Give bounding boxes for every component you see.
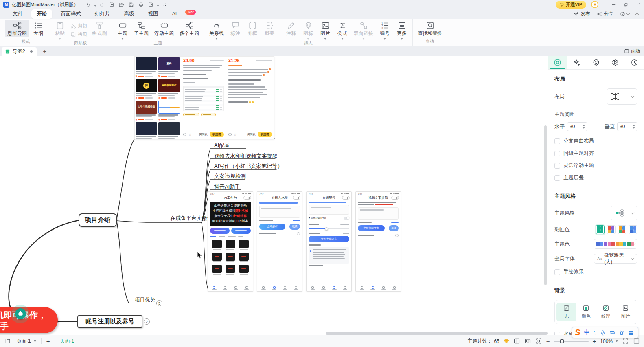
avatar[interactable]: E <box>591 1 598 8</box>
background-option-颜色[interactable]: 颜色 <box>576 303 596 321</box>
background-option-纹理[interactable]: 纹理 <box>596 303 616 321</box>
page-selector[interactable]: 页面-1 <box>17 338 36 345</box>
menu-tab-幻灯片[interactable]: 幻灯片 <box>90 9 116 19</box>
quickaction-redo-icon[interactable] <box>98 1 106 8</box>
share-button[interactable]: 分享 <box>597 11 613 18</box>
ribbon-button-注释[interactable]: 注释 <box>283 20 299 37</box>
subtopic-4[interactable]: 文案违规检测 <box>214 173 246 180</box>
ribbon-button-多个主题[interactable]: 多个主题 <box>177 20 202 37</box>
publish-button[interactable]: 发布 <box>574 11 590 18</box>
checkbox-主题层叠[interactable] <box>554 175 560 181</box>
expand-canvas-icon[interactable] <box>535 338 542 345</box>
ribbon-button-拷贝[interactable]: 拷贝 <box>69 31 89 38</box>
subtopic-1[interactable]: AI配音 <box>214 142 230 149</box>
vip-button[interactable]: 开通VIP <box>556 1 586 9</box>
rainbow-swatch-1[interactable] <box>596 225 605 234</box>
menu-tab-页面样式[interactable]: 页面样式 <box>55 9 86 19</box>
quickaction-undo-icon[interactable] <box>84 1 92 8</box>
global-font-dropdown[interactable]: Aa 微软雅黑 (大) <box>594 254 637 264</box>
phone-screen-3[interactable]: 7:47在线配音—♥ 高级功能(Pro)立即生成语音 <box>306 191 352 292</box>
checkbox-灵活浮动主题[interactable] <box>554 163 560 169</box>
new-tab-button[interactable]: + <box>41 48 49 55</box>
presentation-icon[interactable] <box>5 338 12 345</box>
subtopic-3[interactable]: AI写作（小红书文案笔记等） <box>214 163 283 170</box>
horizontal-scrollbar[interactable] <box>326 332 548 335</box>
ribbon-button-思维导图[interactable]: 思维导图 <box>5 20 29 37</box>
quickaction-print-icon[interactable] <box>137 1 145 8</box>
background-option-图片[interactable]: 图片 <box>616 303 636 321</box>
ai-assistant-button[interactable] <box>15 308 26 319</box>
ribbon-button-公式[interactable]: 公式 <box>334 20 350 40</box>
advantage-collapse-badge[interactable]: 5 <box>156 300 162 306</box>
quickaction-export-icon[interactable] <box>147 1 155 8</box>
checkbox-同级主题对齐[interactable] <box>554 151 560 156</box>
pages-view-icon[interactable] <box>513 338 520 345</box>
menu-tab-高级[interactable]: 高级 <box>119 9 140 19</box>
quickaction-new-doc-icon[interactable] <box>108 1 116 8</box>
add-page-button[interactable]: + <box>46 338 50 345</box>
ribbon-button-更多[interactable]: 更多 <box>394 20 410 40</box>
background-option-无[interactable]: 无 <box>556 303 576 321</box>
v-spacing-stepper[interactable]: 30 <box>617 122 637 131</box>
ribbon-button-主题[interactable]: 主题 <box>114 20 131 40</box>
vertical-scrollbar[interactable] <box>544 125 547 285</box>
zoom-slider[interactable] <box>554 341 589 342</box>
rainbow-swatch-4[interactable] <box>629 225 637 234</box>
menu-tab-视图[interactable]: 视图 <box>143 9 164 19</box>
checkbox-分支自由布局[interactable] <box>554 138 560 144</box>
zoom-level[interactable]: 100% <box>600 338 618 344</box>
ribbon-button-剪切[interactable]: 剪切 <box>69 22 89 29</box>
ribbon-button-标注[interactable]: 标注 <box>227 20 243 37</box>
watermark-checkbox[interactable] <box>554 332 560 335</box>
fullscreen-icon[interactable] <box>622 338 629 345</box>
panel-tab-sticker[interactable] <box>586 56 605 69</box>
panel-tab-theme[interactable] <box>606 56 625 69</box>
menu-tab-开始[interactable]: 开始 <box>31 9 52 19</box>
zoom-slider-knob[interactable] <box>560 339 564 343</box>
intro-node[interactable]: 项目介绍 <box>79 213 117 227</box>
ribbon-button-概要[interactable]: 概要 <box>261 20 278 37</box>
ribbon-button-关系线[interactable]: 关系线 <box>207 20 226 40</box>
panel-tab-history[interactable] <box>625 56 644 69</box>
menu-tab-文件[interactable]: 文件 <box>7 9 28 19</box>
rainbow-swatch-3[interactable] <box>618 225 626 234</box>
subtopic-2[interactable]: 视频去水印和视频文案提取 <box>214 152 278 160</box>
sogou-logo-icon[interactable]: S <box>575 327 580 337</box>
maximize-button[interactable] <box>620 0 632 9</box>
account-node[interactable]: 账号注册以及养号 <box>77 315 142 328</box>
panel-tab-ai[interactable] <box>567 56 586 69</box>
collapse-ribbon-button[interactable] <box>636 12 638 16</box>
phone-screen-1[interactable]: 7:47AI工作台—由于近期相关规定变动小程序版本或将随时失效点击关于我们扫码进… <box>208 191 253 292</box>
ribbon-button-子主题[interactable]: 子主题 <box>131 20 151 37</box>
ribbon-button-浮动主题[interactable]: 浮动主题 <box>152 20 176 37</box>
phone-screen-4[interactable]: 7:47视频文案提取—立即提取文案视频 <box>355 191 401 292</box>
ribbon-button-图标[interactable]: 图标 <box>300 20 316 40</box>
ribbon-button-双向链接[interactable]: 双向链接 <box>351 20 376 40</box>
layout-dropdown[interactable] <box>607 88 637 105</box>
subtopic-5[interactable]: 抖音AI助手 <box>214 183 240 191</box>
mic-icon[interactable] <box>600 330 606 336</box>
ribbon-button-查找和替换[interactable]: 查找和替换 <box>415 20 445 37</box>
ime-punct-button[interactable]: ’, <box>594 329 596 336</box>
toolbox-icon[interactable] <box>628 330 634 336</box>
advantage-topic[interactable]: 项目优势 <box>135 296 155 303</box>
zoom-out-button[interactable]: − <box>546 338 550 345</box>
fit-canvas-icon[interactable] <box>524 338 531 345</box>
dropdown-caret[interactable] <box>94 1 96 8</box>
ribbon-button-大纲[interactable]: 大纲 <box>30 20 46 37</box>
help-button[interactable] <box>620 11 629 17</box>
dropdown-caret[interactable] <box>157 1 159 8</box>
page-tab[interactable]: 页面-1 <box>60 338 74 345</box>
skin-icon[interactable] <box>619 330 624 336</box>
mindmap-canvas[interactable]: ¥剪辑¥芳¥高端视频制作¥大学生视频剪辑¥¥¥¥¥9.90☆买同款我想要¥1.2… <box>0 56 548 335</box>
panel-tab-format[interactable] <box>548 56 567 69</box>
keyboard-icon[interactable] <box>609 330 615 336</box>
panel-toggle-button[interactable]: 面板 <box>624 48 641 55</box>
theme-color-dropdown[interactable] <box>594 239 637 249</box>
quickaction-more-dots-icon[interactable] <box>161 1 169 8</box>
document-tab[interactable]: 导图2 <box>2 47 37 56</box>
phone-screen-2[interactable]: 7:47在线去水印—立即解析视频 <box>257 191 302 292</box>
ribbon-button-格式刷[interactable]: 格式刷 <box>90 20 109 37</box>
ribbon-button-外框[interactable]: 外框 <box>244 20 261 37</box>
theme-style-dropdown[interactable] <box>611 206 637 220</box>
